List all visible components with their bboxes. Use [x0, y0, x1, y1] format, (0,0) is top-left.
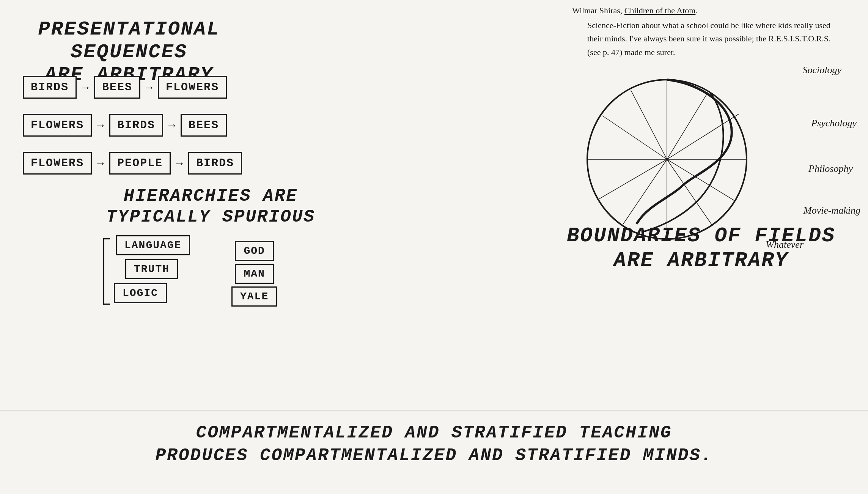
boundaries-line1: Boundaries of Fields [567, 224, 835, 247]
bottom-line2: Produces Compartmentalized and Stratifie… [155, 446, 712, 466]
pie-label-sociology: Sociology [802, 65, 841, 76]
quote-title: Children of the Atom [624, 6, 696, 15]
hier-box-yale: Yale [231, 286, 277, 307]
seq-arrow-2a: → [95, 119, 106, 132]
seq-box-birds-1: Birds [23, 76, 77, 99]
seq-box-birds-2: Birds [109, 114, 163, 137]
divider-line [0, 410, 868, 411]
page: Presentational Sequences are Arbitrary B… [0, 0, 868, 494]
seq-box-people-3: People [109, 152, 171, 175]
sequence-row-3: Flowers → People → Birds [23, 152, 242, 175]
god-man-yale-stack: God Man Yale [231, 241, 277, 308]
pie-label-philosophy: Philosophy [808, 163, 853, 175]
hier-box-logic: Logic [114, 283, 167, 303]
hierarchy-right: God Man Yale [231, 241, 277, 308]
hier-box-man: Man [235, 264, 274, 284]
seq-box-flowers-3: Flowers [23, 152, 92, 175]
seq-arrow-2b: → [166, 119, 178, 132]
seq-arrow-3b: → [174, 157, 185, 170]
seq-arrow-1a: → [80, 81, 91, 94]
bottom-text: Compartmentalized and Stratified Teachin… [30, 422, 838, 467]
svg-line-5 [667, 159, 735, 201]
seq-box-bees-2: Bees [181, 114, 227, 137]
hier-box-truth: Truth [125, 259, 178, 279]
hierarchy-left: Language Truth Logic [110, 235, 190, 305]
svg-line-2 [667, 91, 709, 159]
seq-box-bees-1: Bees [94, 76, 140, 99]
svg-line-3 [667, 114, 739, 159]
seq-box-flowers-2: Flowers [23, 114, 92, 137]
hier-bracket-line [103, 238, 104, 305]
sequence-row-1: Birds → Bees → Flowers [23, 76, 242, 99]
seq-box-birds-3: Birds [188, 152, 242, 175]
seq-arrow-3a: → [95, 157, 106, 170]
hier-title-line2: Typically Spurious [106, 207, 315, 227]
boundaries-line2: are Arbitrary [614, 249, 788, 272]
quote-area: Wilmar Shiras, Children of the Atom. Sci… [572, 4, 838, 59]
seq-arrow-1b: → [143, 81, 155, 94]
sequence-row-2: Flowers → Birds → Bees [23, 114, 242, 137]
hierarchies-title: Hierarchies Are Typically Spurious [106, 186, 315, 228]
pie-label-moviemaking: Movie-making [804, 205, 860, 216]
svg-line-9 [599, 159, 667, 199]
svg-line-11 [602, 116, 667, 159]
svg-line-12 [631, 90, 667, 159]
hier-bracket-top [103, 238, 110, 239]
hier-title-line1: Hierarchies Are [124, 186, 298, 206]
hier-bracket-bottom [103, 304, 110, 305]
quote-author: Wilmar Shiras, Children of the Atom. [572, 4, 838, 17]
hier-box-god: God [235, 241, 274, 261]
bottom-line1: Compartmentalized and Stratified Teachin… [196, 423, 672, 443]
hier-box-language: Language [116, 235, 190, 255]
sequences-area: Birds → Bees → Flowers Flowers → Birds →… [23, 76, 242, 190]
quote-body: Science-Fiction about what a school coul… [587, 19, 838, 59]
title-line1: Presentational Sequences [38, 18, 220, 63]
pie-label-psychology: Psychology [811, 118, 857, 129]
boundaries-title: Boundaries of Fields are Arbitrary [557, 224, 845, 273]
seq-box-flowers-1: Flowers [158, 76, 227, 99]
